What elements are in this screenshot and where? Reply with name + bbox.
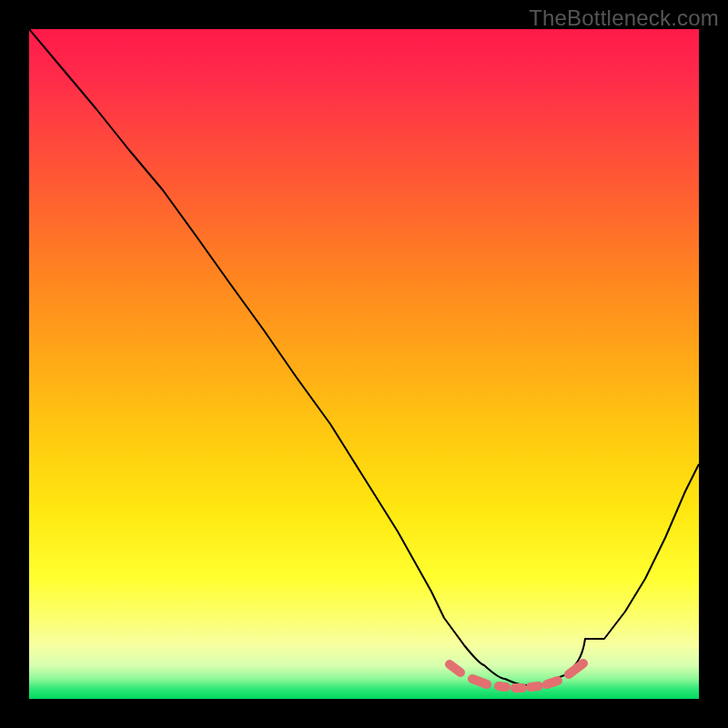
marker-dot: [569, 663, 583, 674]
plot-area: [29, 29, 699, 699]
bottleneck-curve: [29, 29, 699, 685]
watermark-label: TheBottleneck.com: [529, 5, 719, 31]
chart-canvas: TheBottleneck.com: [0, 0, 728, 728]
marker-dot: [547, 681, 558, 684]
marker-dot: [531, 686, 539, 687]
marker-dot: [450, 664, 460, 672]
marker-dot: [472, 679, 487, 684]
marker-dot: [499, 686, 506, 687]
chart-svg: [29, 29, 699, 699]
